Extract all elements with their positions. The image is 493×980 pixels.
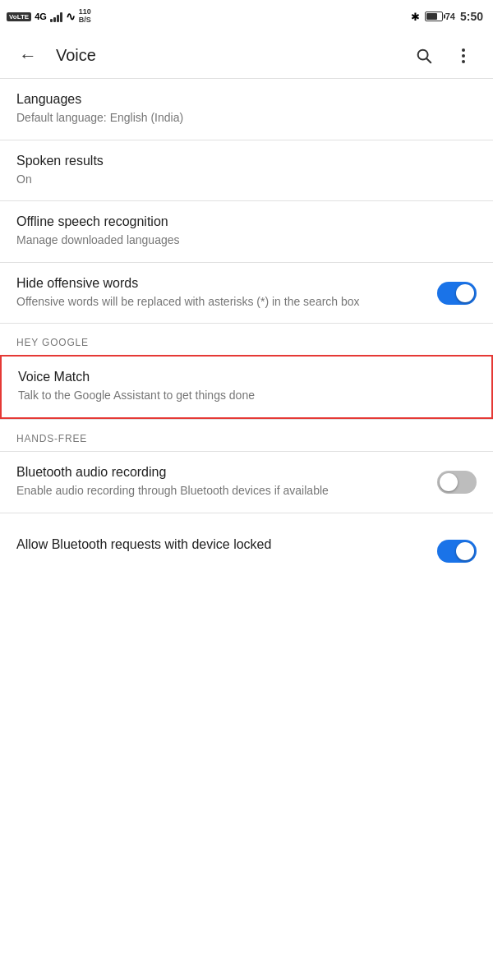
app-bar: ← Voice — [0, 33, 493, 79]
bluetooth-audio-subtitle: Enable audio recording through Bluetooth… — [16, 483, 424, 499]
vertical-dots-icon — [462, 48, 465, 63]
hide-offensive-item[interactable]: Hide offensive words Offensive words wil… — [0, 263, 493, 324]
languages-subtitle: Default language: English (India) — [16, 110, 477, 127]
status-left: VoLTE 4G ∿ 110 B/S — [7, 8, 91, 25]
search-button[interactable] — [408, 39, 440, 72]
page-title: Voice — [56, 46, 394, 65]
allow-bluetooth-content: Allow Bluetooth requests with device loc… — [16, 537, 424, 555]
toggle-thumb — [456, 284, 474, 302]
signal-bars — [50, 11, 62, 22]
spoken-results-title: Spoken results — [16, 154, 477, 168]
hide-offensive-toggle[interactable] — [437, 282, 477, 305]
bluetooth-audio-item[interactable]: Bluetooth audio recording Enable audio r… — [0, 452, 493, 513]
battery: 74 — [425, 12, 455, 21]
spoken-results-item[interactable]: Spoken results On — [0, 140, 493, 202]
settings-list: Languages Default language: English (Ind… — [0, 79, 493, 579]
more-options-button[interactable] — [447, 39, 480, 72]
clock: 5:50 — [460, 10, 483, 23]
voice-match-content: Voice Match Talk to the Google Assistant… — [18, 370, 475, 404]
back-button[interactable]: ← — [13, 41, 43, 71]
status-bar: VoLTE 4G ∿ 110 B/S ✱ 74 5:50 — [0, 0, 493, 33]
back-arrow-icon: ← — [19, 45, 37, 67]
battery-icon — [425, 12, 443, 21]
voice-match-title: Voice Match — [18, 370, 475, 384]
search-icon — [415, 47, 433, 65]
status-right: ✱ 74 5:50 — [411, 10, 483, 23]
allow-bluetooth-item[interactable]: Allow Bluetooth requests with device loc… — [0, 513, 493, 579]
spoken-results-content: Spoken results On — [16, 154, 477, 188]
spoken-results-subtitle: On — [16, 172, 477, 188]
battery-percentage: 74 — [445, 12, 455, 21]
bluetooth-audio-title: Bluetooth audio recording — [16, 465, 424, 480]
languages-content: Languages Default language: English (Ind… — [16, 92, 477, 127]
speed-indicator: 110 B/S — [79, 8, 91, 25]
languages-title: Languages — [16, 92, 477, 107]
network-type: 4G — [35, 12, 47, 21]
hide-offensive-subtitle: Offensive words will be replaced with as… — [16, 294, 424, 311]
allow-bluetooth-toggle-thumb — [456, 542, 474, 560]
hands-free-section-header: HANDS-FREE — [0, 420, 493, 451]
offline-speech-item[interactable]: Offline speech recognition Manage downlo… — [0, 201, 493, 263]
hide-offensive-title: Hide offensive words — [16, 276, 424, 291]
voice-match-item[interactable]: Voice Match Talk to the Google Assistant… — [0, 355, 493, 419]
wifi-icon: ∿ — [66, 10, 76, 23]
allow-bluetooth-title: Allow Bluetooth requests with device loc… — [16, 537, 424, 552]
offline-speech-title: Offline speech recognition — [16, 214, 477, 229]
battery-fill — [426, 13, 437, 20]
offline-speech-subtitle: Manage downloaded languages — [16, 232, 477, 249]
bluetooth-audio-toggle[interactable] — [437, 471, 477, 494]
hide-offensive-content: Hide offensive words Offensive words wil… — [16, 276, 424, 311]
offline-speech-content: Offline speech recognition Manage downlo… — [16, 214, 477, 249]
allow-bluetooth-toggle[interactable] — [437, 540, 477, 563]
app-bar-actions — [408, 39, 480, 72]
hey-google-section-header: HEY GOOGLE — [0, 324, 493, 355]
toggle-thumb-off — [440, 473, 458, 491]
volte-badge: VoLTE — [7, 12, 31, 21]
bluetooth-icon: ✱ — [411, 11, 420, 23]
svg-line-1 — [426, 58, 431, 62]
languages-item[interactable]: Languages Default language: English (Ind… — [0, 79, 493, 140]
bluetooth-audio-content: Bluetooth audio recording Enable audio r… — [16, 465, 424, 499]
voice-match-subtitle: Talk to the Google Assistant to get thin… — [18, 388, 475, 404]
